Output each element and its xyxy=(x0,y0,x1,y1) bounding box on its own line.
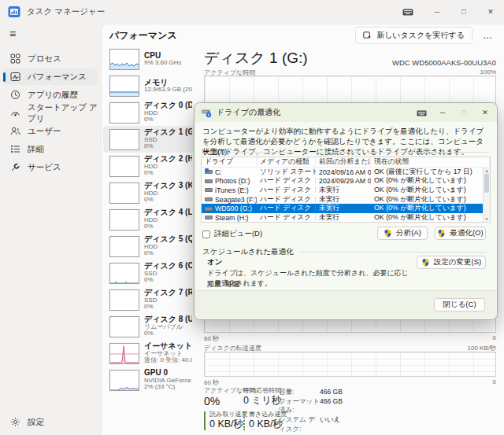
perf-item-disk0[interactable]: ディスク 0 (D: E: F:)HDD0% xyxy=(103,99,195,126)
change-settings-label: 設定の変更(S) xyxy=(434,257,481,267)
close-label: 閉じる(C) xyxy=(443,300,476,310)
close-dialog-button[interactable]: 閉じる(C) xyxy=(434,298,485,312)
drive-icon xyxy=(205,188,213,192)
disk5-mini-graph xyxy=(109,236,139,257)
more-options-button[interactable]: … xyxy=(477,28,498,42)
sidebar-item-processes[interactable]: プロセス xyxy=(3,50,98,67)
minimize-button[interactable]: ─ xyxy=(424,0,450,24)
uac-shield-icon xyxy=(421,258,430,267)
table-row-seagate3-f[interactable]: Seagate3 (F:) ハード ディスク ドライブ 未実行 OK (0% が… xyxy=(202,195,490,205)
close-button[interactable]: ✕ xyxy=(477,0,504,24)
navigation-menu-button[interactable]: ≡ xyxy=(0,24,101,44)
transfer-rate-graph xyxy=(204,352,496,377)
task-manager-window: タスク マネージャー ─ □ ✕ ≡ プロセス パフォーマンス アプリの履歴 xyxy=(0,0,504,435)
processes-icon xyxy=(10,53,20,64)
sidebar-item-label: プロセス xyxy=(28,53,61,65)
app-title: タスク マネージャー xyxy=(27,6,105,17)
column-header-current-status: 現在の状態 xyxy=(371,157,490,167)
run-new-task-button[interactable]: 新しいタスクを実行する xyxy=(355,27,472,44)
sidebar-item-label: サービス xyxy=(28,162,61,173)
perf-item-disk2[interactable]: ディスク 2 (H: I: J:)HDD0% xyxy=(103,153,195,179)
perf-item-gpu0[interactable]: GPU 0NVIDIA GeForce R...2% (33 °C) xyxy=(103,367,195,393)
sidebar-item-settings[interactable]: 設定 xyxy=(3,414,98,430)
drive-icon xyxy=(205,216,213,219)
detail-view-checkbox[interactable]: 詳細ビュー(D) xyxy=(202,229,262,239)
perf-item-disk8[interactable]: ディスク 8 (U: V:)リムーバブル0% xyxy=(103,313,195,340)
table-row-wd500-g-selected[interactable]: WD500 (G:) ハード ディスク ドライブ 未実行 OK (0% が断片化… xyxy=(202,204,490,213)
perf-item-disk7[interactable]: ディスク 7 (R:)SSD0% xyxy=(103,286,195,313)
column-header-last-run: 前回の分析または最... xyxy=(316,157,371,167)
sidebar-item-app-history[interactable]: アプリの履歴 xyxy=(3,87,98,103)
disk0-mini-graph xyxy=(109,102,139,123)
dialog-minimize-button[interactable]: ─ xyxy=(437,109,448,116)
services-wrench-icon xyxy=(10,162,20,172)
run-new-task-icon xyxy=(363,31,372,40)
column-header-drive: ドライブ xyxy=(202,157,257,167)
page-title: パフォーマンス xyxy=(109,29,177,42)
disk-stats: アクティブな時間 0% 平均応答時間 0 ミリ秒 読み取り速度 0 KB/秒 書… xyxy=(204,387,496,433)
analyze-button[interactable]: 分析(A) xyxy=(377,227,428,240)
sidebar-item-users[interactable]: ユーザー xyxy=(3,123,98,139)
drives-table[interactable]: ドライブ メディアの種類 前回の分析または最... 現在の状態 C: ソリッド … xyxy=(201,157,491,223)
dialog-titlebar[interactable]: ドライブの最適化 ─ □ ✕ xyxy=(195,103,497,122)
gear-icon xyxy=(10,417,20,427)
optimize-drives-icon xyxy=(202,108,212,118)
sidebar: ≡ プロセス パフォーマンス アプリの履歴 スタートアップ アプリ ユーザー xyxy=(0,24,101,435)
checkbox-icon[interactable] xyxy=(202,230,210,238)
schedule-frequency: 頻度: 毎週 xyxy=(207,279,239,289)
optimize-drives-dialog: ドライブの最適化 ─ □ ✕ コンピューターがより効率的に動作するようにドライブ… xyxy=(194,102,498,320)
memory-mini-graph xyxy=(109,76,139,97)
disk7-mini-graph xyxy=(109,289,139,311)
titlebar: タスク マネージャー ─ □ ✕ xyxy=(0,0,504,24)
table-row-steam-h[interactable]: Steam (H:) ハード ディスク ドライブ 未実行 OK (0% が断片化… xyxy=(202,213,490,223)
table-row-drive-c[interactable]: C: ソリッド ステート ドライブ 2024/09/16 AM 04... OK… xyxy=(202,168,490,177)
perf-item-ethernet[interactable]: イーサネットイーサネット送信: 0 受信: 40.0 Kbps xyxy=(103,340,195,367)
schedule-group-label: スケジュールされた最適化 xyxy=(202,247,294,257)
keyboard-icon[interactable] xyxy=(392,0,424,24)
dialog-close-icon-button[interactable]: ✕ xyxy=(480,109,491,116)
table-scrollbar[interactable]: ▲ ▼ xyxy=(483,168,490,222)
sidebar-item-startup-apps[interactable]: スタートアップ アプリ xyxy=(3,105,98,121)
perf-item-disk1[interactable]: ディスク 1 (G:)SSD0% xyxy=(103,126,195,153)
sidebar-item-label: アプリの履歴 xyxy=(28,90,78,101)
table-row-itunes-e[interactable]: iTunes (E:) ハード ディスク ドライブ 未実行 OK (0% が断片… xyxy=(202,186,490,195)
perf-item-cpu[interactable]: CPU9% 3.60 GHz xyxy=(103,46,195,72)
keyboard-icon[interactable] xyxy=(417,105,427,120)
perf-item-memory[interactable]: メモリ12.9/63.9 GB (20%) xyxy=(103,72,195,99)
scroll-down-arrow[interactable]: ▼ xyxy=(484,216,490,222)
scroll-up-arrow[interactable]: ▲ xyxy=(484,168,490,174)
scrollbar-thumb[interactable] xyxy=(484,174,489,193)
group-divider xyxy=(233,152,487,153)
window-controls: ─ □ ✕ xyxy=(392,0,504,24)
sidebar-item-services[interactable]: サービス xyxy=(3,159,98,175)
perf-item-disk5[interactable]: ディスク 5 (Q: S:)HDD0% xyxy=(103,233,195,260)
dialog-title: ドライブの最適化 xyxy=(217,107,280,118)
active-time-x-axis: 60 秒0 xyxy=(204,334,496,343)
perf-item-disk4[interactable]: ディスク 4 (L: M: N: O...HDD0% xyxy=(103,206,195,233)
maximize-button[interactable]: □ xyxy=(450,0,477,24)
dialog-maximize-button[interactable]: □ xyxy=(458,109,469,116)
users-icon xyxy=(10,126,20,136)
disk2-mini-graph xyxy=(109,156,139,177)
uac-shield-icon xyxy=(384,229,392,238)
sidebar-item-performance[interactable]: パフォーマンス xyxy=(3,68,98,85)
uac-shield-icon xyxy=(437,229,446,238)
detail-view-label: 詳細ビュー(D) xyxy=(214,229,262,239)
sidebar-item-details[interactable]: 詳細 xyxy=(3,141,98,157)
disk1-mini-graph xyxy=(109,129,139,150)
transfer-x-axis: 60 秒0 xyxy=(204,378,496,387)
optimize-button[interactable]: 最適化(O) xyxy=(435,227,486,240)
drives-table-header[interactable]: ドライブ メディアの種類 前回の分析または最... 現在の状態 xyxy=(202,157,490,168)
change-settings-button[interactable]: 設定の変更(S) xyxy=(417,256,486,269)
sidebar-item-label: ユーザー xyxy=(28,126,61,137)
cpu-mini-graph xyxy=(109,49,139,70)
stat-avg-response: 平均応答時間 0 ミリ秒 xyxy=(243,388,282,407)
perf-item-disk3[interactable]: ディスク 3 (K:)HDD0% xyxy=(103,179,195,206)
system-drive-icon xyxy=(205,170,213,174)
group-divider xyxy=(300,252,487,253)
content-header: パフォーマンス 新しいタスクを実行する … xyxy=(102,24,504,46)
history-clock-icon xyxy=(10,90,20,100)
sidebar-item-label: スタートアップ アプリ xyxy=(28,102,98,124)
table-row-photos-d[interactable]: Photos (D:) ハード ディスク ドライブ 2024/09/29 AM … xyxy=(202,177,490,186)
perf-item-disk6[interactable]: ディスク 6 (C:)SSD0% xyxy=(103,260,195,286)
